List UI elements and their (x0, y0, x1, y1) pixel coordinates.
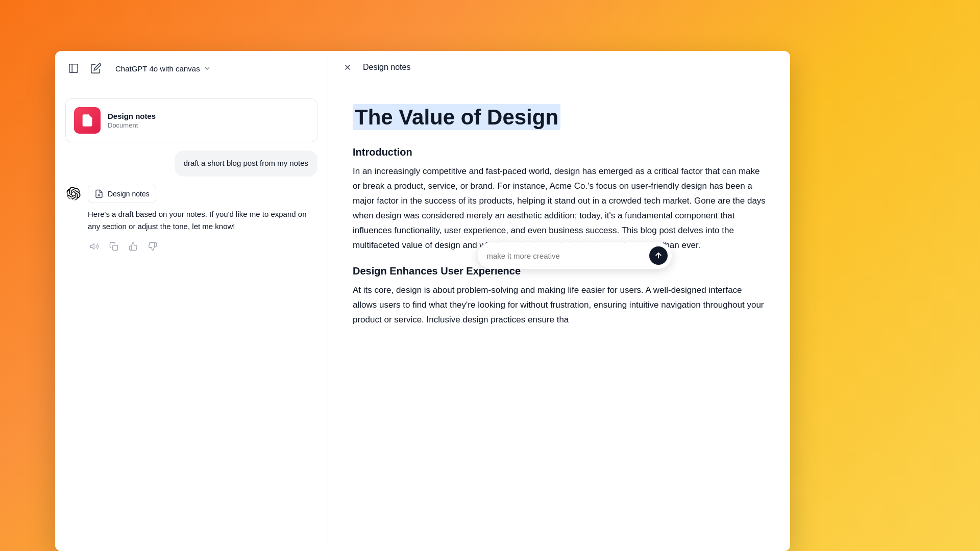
assistant-row: Design notes Here's a draft based on you… (65, 185, 317, 253)
doc-card-title: Design notes (108, 112, 156, 120)
audio-button[interactable] (88, 240, 101, 253)
svg-marker-6 (91, 243, 94, 249)
model-selector[interactable]: ChatGPT 4o with canvas (110, 61, 216, 76)
canvas-panel: Design notes The Value of Design Introdu… (328, 51, 790, 551)
chat-content: Design notes Document draft a short blog… (55, 86, 328, 551)
canvas-title: Design notes (363, 63, 410, 72)
intro-body: In an increasingly competitive and fast-… (353, 164, 766, 253)
chat-header: ChatGPT 4o with canvas (55, 51, 328, 86)
svg-rect-7 (113, 245, 118, 250)
svg-rect-0 (69, 64, 78, 73)
document-card[interactable]: Design notes Document (65, 98, 317, 142)
chat-panel: ChatGPT 4o with canvas (55, 51, 328, 551)
assistant-content: Design notes Here's a draft based on you… (88, 185, 317, 253)
article-heading-wrap: The Value of Design (353, 105, 766, 130)
doc-card-type: Document (108, 121, 156, 129)
article-heading: The Value of Design (353, 104, 560, 130)
inline-send-button[interactable] (649, 246, 668, 265)
doc-icon-wrap (74, 107, 101, 134)
user-message: draft a short blog post from my notes (175, 151, 317, 177)
intro-heading: Introduction (353, 146, 766, 158)
thumb-down-button[interactable] (146, 240, 159, 253)
action-row (88, 240, 317, 253)
canvas-header: Design notes (328, 51, 790, 84)
inline-edit-input[interactable] (487, 252, 644, 260)
doc-info: Design notes Document (108, 112, 156, 129)
section2-body: At its core, design is about problem-sol… (353, 283, 766, 328)
app-window: ChatGPT 4o with canvas (55, 51, 790, 551)
canvas-close-button[interactable] (340, 60, 355, 74)
assistant-response-text: Here's a draft based on your notes. If y… (88, 208, 317, 233)
doc-chip-label: Design notes (108, 190, 150, 198)
model-label: ChatGPT 4o with canvas (115, 64, 200, 73)
openai-avatar (65, 186, 82, 202)
thumb-up-button[interactable] (127, 240, 140, 253)
doc-chip[interactable]: Design notes (88, 185, 156, 203)
canvas-content[interactable]: The Value of Design Introduction In an i… (328, 84, 790, 551)
edit-button[interactable] (88, 60, 104, 77)
copy-button[interactable] (107, 240, 120, 253)
inline-edit-popup (478, 242, 672, 269)
sidebar-toggle-button[interactable] (65, 60, 82, 77)
